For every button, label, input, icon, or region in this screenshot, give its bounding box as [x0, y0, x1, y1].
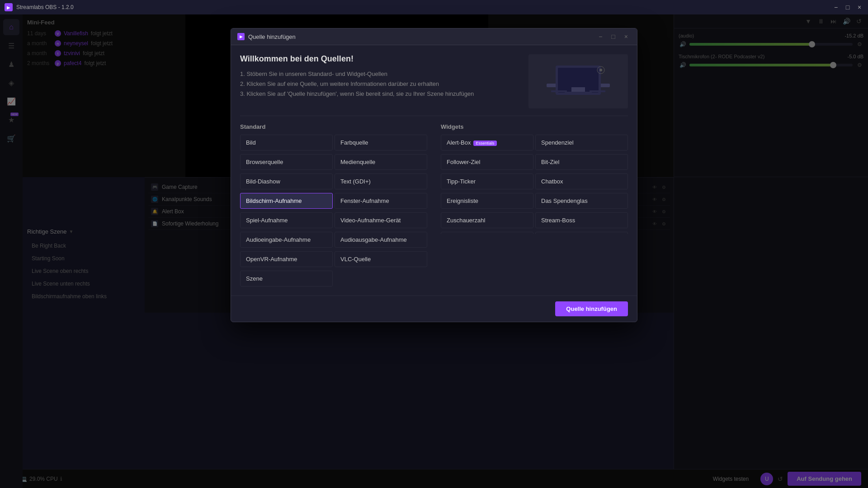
- source-browserquelle[interactable]: Browserquelle: [240, 154, 333, 170]
- source-audioausgabe[interactable]: Audioausgabe-Aufnahme: [335, 232, 427, 248]
- source-bild[interactable]: Bild: [240, 135, 333, 150]
- source-bildschirm-aufnahme[interactable]: Bildschirm-Aufnahme: [240, 193, 333, 209]
- widgets-col-header: Widgets: [441, 123, 628, 130]
- dialog-minimize-button[interactable]: −: [596, 32, 605, 41]
- source-follower-ziel[interactable]: Follower-Ziel: [441, 154, 533, 170]
- source-credits[interactable]: Credits: [441, 232, 533, 234]
- dialog-title: Quelle hinzufügen: [248, 33, 592, 40]
- source-tipp-ticker[interactable]: Tipp-Ticker: [441, 174, 533, 189]
- source-text-gdi[interactable]: Text (GDI+): [335, 174, 427, 189]
- source-bild-diashow[interactable]: Bild-Diashow: [240, 174, 333, 189]
- source-szene[interactable]: Szene: [240, 271, 333, 286]
- svg-point-6: [599, 69, 602, 71]
- dialog-description: 1. Stöbern Sie in unseren Standard- und …: [240, 69, 519, 99]
- source-openvr[interactable]: OpenVR-Aufnahme: [240, 251, 333, 267]
- sources-grid: Standard Bild Farbquelle Browserquelle M…: [231, 116, 637, 296]
- source-spendenglas[interactable]: Das Spendenglas: [535, 193, 628, 209]
- dialog-close-button[interactable]: ×: [622, 32, 631, 41]
- add-source-button[interactable]: Quelle hinzufügen: [555, 301, 628, 316]
- dialog-illustration: [528, 54, 628, 108]
- svg-rect-3: [571, 87, 585, 92]
- source-zuschauerzahl[interactable]: Zuschauerzahl: [441, 212, 533, 228]
- window-controls: − □ ×: [832, 3, 863, 11]
- source-glucksrad[interactable]: Glücksrad: [535, 232, 628, 234]
- add-source-dialog: ▶ Quelle hinzufügen − □ × Willkommen bei…: [231, 28, 637, 322]
- source-chatbox[interactable]: Chatbox: [535, 174, 628, 189]
- standard-sources-col: Standard Bild Farbquelle Browserquelle M…: [240, 123, 427, 288]
- source-audioeingabe[interactable]: Audioeingabe-Aufnahme: [240, 232, 333, 248]
- standard-sources-grid: Bild Farbquelle Browserquelle Medienquel…: [240, 135, 427, 288]
- dialog-footer: Quelle hinzufügen: [231, 296, 637, 322]
- widgets-sources-col: Widgets Alert-BoxEssentials Spendenziel …: [441, 123, 628, 288]
- dialog-header-title: Willkommen bei den Quellen!: [240, 54, 519, 64]
- source-vlc[interactable]: VLC-Quelle: [335, 251, 427, 267]
- title-bar: ▶ Streamlabs OBS - 1.2.0 − □ ×: [0, 0, 868, 14]
- svg-rect-8: [590, 90, 605, 92]
- source-spiel-aufnahme[interactable]: Spiel-Aufnahme: [240, 212, 333, 228]
- standard-col-header: Standard: [240, 123, 427, 130]
- dialog-maximize-button[interactable]: □: [609, 32, 618, 41]
- source-ereignisliste[interactable]: Ereignisliste: [441, 193, 533, 209]
- minimize-button[interactable]: −: [832, 3, 840, 11]
- app-icon: ▶: [5, 3, 13, 11]
- dialog-overlay: ▶ Quelle hinzufügen − □ × Willkommen bei…: [0, 14, 868, 488]
- dialog-icon: ▶: [237, 33, 245, 40]
- source-video-aufnahme[interactable]: Video-Aufnahme-Gerät: [335, 212, 427, 228]
- maximize-button[interactable]: □: [844, 3, 852, 11]
- source-alert-box[interactable]: Alert-BoxEssentials: [441, 135, 533, 150]
- source-stream-boss[interactable]: Stream-Boss: [535, 212, 628, 228]
- source-fenster-aufnahme[interactable]: Fenster-Aufnahme: [335, 193, 427, 209]
- source-spendenziel[interactable]: Spendenziel: [535, 135, 628, 150]
- close-button[interactable]: ×: [855, 3, 863, 11]
- widgets-sources-grid: Alert-BoxEssentials Spendenziel Follower…: [441, 135, 628, 234]
- essentials-badge: Essentials: [473, 141, 496, 146]
- svg-rect-4: [565, 92, 592, 94]
- svg-rect-7: [551, 90, 567, 92]
- source-farbquelle[interactable]: Farbquelle: [335, 135, 427, 150]
- dialog-header: Willkommen bei den Quellen! 1. Stöbern S…: [231, 45, 637, 116]
- dialog-titlebar: ▶ Quelle hinzufügen − □ ×: [231, 28, 637, 45]
- source-medienquelle[interactable]: Medienquelle: [335, 154, 427, 170]
- app-title: Streamlabs OBS - 1.2.0: [16, 4, 832, 10]
- source-bit-ziel[interactable]: Bit-Ziel: [535, 154, 628, 170]
